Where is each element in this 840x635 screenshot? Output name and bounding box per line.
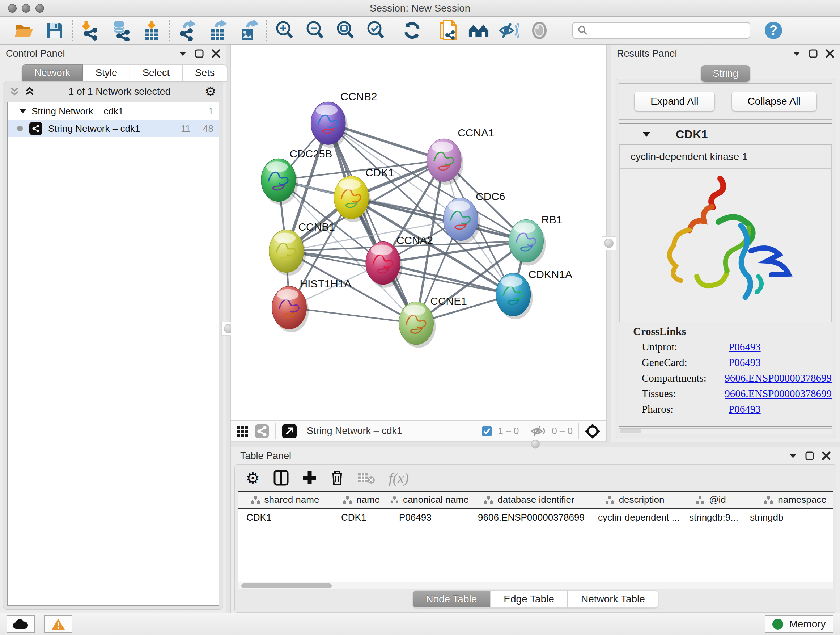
column-header-namespace[interactable]: namespace [741,492,833,508]
search-field[interactable] [572,22,750,39]
crosslink-link[interactable]: 9606.ENSP00000378699 [725,388,832,400]
open-in-window-icon[interactable] [282,424,297,439]
zoom-in-button[interactable] [274,20,295,41]
table-splitter-handle[interactable] [529,442,542,447]
tab-network[interactable]: Network [22,65,83,81]
string-import-button[interactable] [438,20,459,41]
table-cell[interactable]: cyclin-dependent ... [589,512,681,523]
import-table-button[interactable] [141,20,162,41]
column-header-description[interactable]: description [589,492,681,508]
tab-network-table[interactable]: Network Table [568,591,658,608]
table-cell[interactable]: CDK1 [332,512,390,523]
tab-edge-table[interactable]: Edge Table [490,591,568,608]
network-node-ccnb2[interactable]: CCNB2 [311,90,377,148]
table-options-gear-icon[interactable]: ⚙ [246,469,260,487]
protein-section-header[interactable]: CDK1 [619,124,832,145]
show-columns-icon[interactable] [273,470,289,486]
tab-node-table[interactable]: Node Table [412,591,490,608]
network-share-icon[interactable] [255,424,269,438]
open-session-button[interactable] [14,20,35,41]
export-image-button[interactable] [238,20,259,41]
network-row[interactable]: String Network – cdk1 11 48 [8,120,218,137]
network-node-hist1h1a[interactable]: HIST1H1A [272,278,352,333]
collapse-all-networks-icon[interactable] [10,87,19,97]
crosslink-link[interactable]: P06493 [729,341,761,353]
add-column-icon[interactable] [302,470,317,485]
control-panel-close-icon[interactable] [212,49,220,58]
results-panel-close-icon[interactable] [826,49,834,58]
network-edge[interactable] [328,123,416,323]
crosslink-link[interactable]: 9606.ENSP00000378699 [725,372,832,384]
network-node-cdkn1a[interactable]: CDKN1A [496,268,572,319]
right-splitter-handle[interactable] [602,236,616,250]
table-cell[interactable]: stringdb [741,512,833,523]
network-collection-row[interactable]: String Network – cdk1 1 [8,103,218,120]
network-canvas[interactable]: CCNB2CCNA1CDC25BCDK1CDC6RB1CCNB1CCNA2CDK… [231,45,606,421]
column-header-name[interactable]: name [332,492,390,508]
table-panel-float-icon[interactable] [805,451,814,460]
network-edge[interactable] [383,263,513,295]
network-options-gear-icon[interactable]: ⚙ [205,84,216,99]
memory-button[interactable]: Memory [765,615,834,633]
expand-all-networks-icon[interactable] [25,87,34,97]
expand-all-button[interactable]: Expand All [634,92,714,111]
table-cell[interactable]: P06493 [390,512,469,523]
collapse-all-button[interactable]: Collapse All [731,92,817,111]
tab-string[interactable]: String [701,65,750,82]
birds-eye-view-icon[interactable] [236,425,248,437]
warning-status-button[interactable] [44,615,73,633]
apply-layout-button[interactable] [401,20,423,41]
network-node-cdc25b[interactable]: CDC25B [261,148,332,204]
column-header--id[interactable]: @id [681,492,741,508]
results-scrollbar[interactable] [619,428,832,434]
table-cell[interactable]: CDK1 [238,512,332,523]
table-panel-menu-icon[interactable] [789,453,797,459]
table-cell[interactable]: stringdb:9... [681,512,741,523]
import-network-database-button[interactable] [111,20,132,41]
table-horizontal-scrollbar[interactable] [238,582,833,589]
control-panel-float-icon[interactable] [195,49,204,58]
export-table-button[interactable] [208,20,229,41]
crosslink-link[interactable]: P06493 [729,356,761,369]
right-splitter[interactable] [606,45,611,442]
column-header-shared-name[interactable]: shared name [238,492,332,508]
minimize-window-button[interactable] [22,4,30,13]
network-node-ccne1[interactable]: CCNE1 [399,295,467,348]
search-input[interactable] [591,25,745,36]
table-cell[interactable]: 9606.ENSP00000378699 [469,512,589,523]
network-node-rb1[interactable]: RB1 [509,214,562,265]
results-panel-float-icon[interactable] [809,49,818,58]
export-network-button[interactable] [177,20,198,41]
hide-graphics-button[interactable] [529,20,550,41]
cloud-status-button[interactable] [6,615,35,633]
delete-column-icon[interactable] [331,470,344,486]
pan-crosshair-icon[interactable] [584,423,600,439]
tree-expand-icon[interactable] [19,109,27,114]
save-session-button[interactable] [44,20,65,41]
protein-collapse-icon[interactable] [643,132,651,137]
column-header-database-identifier[interactable]: database identifier [469,492,589,508]
network-node-cdc6[interactable]: CDC6 [443,190,505,244]
import-network-file-button[interactable] [80,20,101,41]
network-node-ccnb1[interactable]: CCNB1 [269,221,335,276]
zoom-window-button[interactable] [35,4,44,13]
selected-nodes-checkbox[interactable] [482,426,492,436]
table-row[interactable]: CDK1CDK1P064939606.ENSP00000378699cyclin… [238,509,833,526]
column-header-canonical-name[interactable]: canonical name [390,492,469,508]
left-splitter[interactable] [226,45,231,613]
string-home-button[interactable] [468,20,489,41]
zoom-selected-button[interactable] [365,20,386,41]
tab-select[interactable]: Select [130,65,182,81]
table-splitter[interactable] [231,442,840,447]
close-window-button[interactable] [8,4,17,13]
control-panel-menu-icon[interactable] [178,51,187,57]
tab-style[interactable]: Style [83,65,130,81]
zoom-fit-button[interactable] [335,20,356,41]
crosslink-link[interactable]: P06493 [729,403,761,415]
results-panel-menu-icon[interactable] [792,51,801,57]
table-panel-close-icon[interactable] [822,451,831,460]
zoom-out-button[interactable] [305,20,325,41]
help-button[interactable]: ? [764,21,783,40]
enhanced-graphics-button[interactable] [499,20,519,41]
tab-sets[interactable]: Sets [182,65,227,81]
